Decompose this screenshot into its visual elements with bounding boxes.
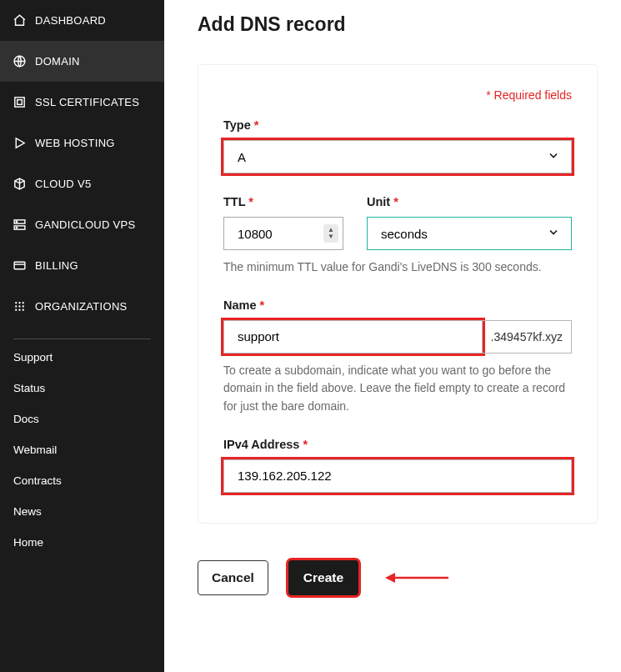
- field-ttl-unit: TTL * ▲▼ Unit *: [223, 195, 572, 277]
- sidebar-link-news[interactable]: News: [13, 505, 151, 518]
- sidebar-secondary: Support Status Docs Webmail Contracts Ne…: [0, 351, 164, 549]
- arrow-annotation-icon: [383, 570, 450, 585]
- unit-label: Unit *: [367, 195, 572, 208]
- required-star: *: [303, 438, 308, 451]
- sidebar-link-contracts[interactable]: Contracts: [13, 474, 151, 487]
- sidebar-item-dashboard[interactable]: DASHBOARD: [0, 0, 164, 41]
- sidebar-item-label: BILLING: [35, 259, 78, 272]
- cube-icon: [12, 177, 27, 192]
- chevron-down-icon: [547, 149, 560, 165]
- svg-point-17: [18, 309, 20, 311]
- sidebar-link-support[interactable]: Support: [13, 351, 151, 364]
- required-star: *: [254, 118, 259, 132]
- sidebar-item-label: DOMAIN: [35, 55, 80, 68]
- svg-point-16: [15, 309, 17, 311]
- ttl-label: TTL *: [223, 195, 343, 208]
- required-star: *: [260, 298, 265, 312]
- unit-select[interactable]: seconds: [367, 217, 572, 250]
- globe-icon: [12, 54, 27, 69]
- form-card: * Required fields Type * A: [198, 64, 598, 524]
- footer-actions: Cancel Create: [198, 560, 598, 612]
- play-icon: [12, 136, 27, 151]
- ttl-hint: The minimum TTL value for Gandi's LiveDN…: [223, 258, 572, 277]
- required-star: *: [393, 195, 398, 208]
- unit-value: seconds: [381, 227, 428, 241]
- field-name: Name * .349457kf.xyz To create a subdoma…: [223, 298, 572, 416]
- sidebar-item-cloudv5[interactable]: CLOUD V5: [0, 163, 164, 204]
- sidebar-item-ssl[interactable]: SSL CERTIFICATES: [0, 82, 164, 123]
- home-icon: [12, 13, 27, 28]
- chevron-down-icon: [547, 226, 560, 242]
- name-domain-suffix: .349457kf.xyz: [483, 320, 572, 354]
- main-content: Add DNS record * Required fields Type * …: [164, 0, 621, 672]
- cancel-button[interactable]: Cancel: [198, 560, 268, 595]
- sidebar: DASHBOARD DOMAIN SSL CERTIFICATES WEB HO…: [0, 0, 164, 672]
- certificate-icon: [12, 95, 27, 110]
- sidebar-item-vps[interactable]: GANDICLOUD VPS: [0, 204, 164, 245]
- svg-point-15: [22, 305, 23, 307]
- svg-point-10: [15, 302, 17, 303]
- sidebar-link-docs[interactable]: Docs: [13, 413, 151, 425]
- card-icon: [12, 258, 27, 273]
- svg-point-14: [18, 305, 20, 307]
- sidebar-link-home[interactable]: Home: [13, 536, 151, 549]
- org-icon: [12, 299, 27, 314]
- type-value: A: [238, 150, 246, 164]
- svg-point-7: [16, 227, 17, 228]
- ipv4-label: IPv4 Address *: [223, 438, 572, 451]
- ipv4-input[interactable]: [223, 459, 572, 493]
- required-star: *: [248, 195, 253, 208]
- svg-point-18: [22, 309, 23, 311]
- type-select[interactable]: A: [223, 140, 572, 173]
- page-title: Add DNS record: [198, 13, 598, 36]
- svg-point-13: [15, 305, 17, 307]
- sidebar-item-hosting[interactable]: WEB HOSTING: [0, 123, 164, 163]
- server-icon: [12, 218, 27, 233]
- sidebar-item-label: CLOUD V5: [35, 178, 91, 190]
- svg-point-12: [22, 302, 23, 303]
- svg-marker-20: [385, 573, 395, 583]
- svg-point-11: [18, 302, 20, 303]
- field-type: Type * A: [223, 118, 572, 173]
- sidebar-item-label: DASHBOARD: [35, 14, 106, 27]
- sidebar-link-status[interactable]: Status: [13, 382, 151, 394]
- svg-marker-3: [16, 138, 24, 148]
- svg-rect-1: [14, 98, 23, 107]
- name-hint: To create a subdomain, indicate what you…: [223, 362, 572, 416]
- sidebar-item-domain[interactable]: DOMAIN: [0, 41, 164, 82]
- number-stepper-icon[interactable]: ▲▼: [323, 224, 338, 243]
- svg-rect-2: [17, 100, 22, 105]
- field-ipv4: IPv4 Address *: [223, 438, 572, 493]
- name-label: Name *: [223, 298, 572, 312]
- sidebar-item-billing[interactable]: BILLING: [0, 245, 164, 286]
- create-button[interactable]: Create: [288, 560, 358, 595]
- sidebar-item-label: GANDICLOUD VPS: [35, 218, 136, 231]
- sidebar-separator: [13, 339, 151, 339]
- sidebar-item-orgs[interactable]: ORGANIZATIONS: [0, 286, 164, 327]
- sidebar-link-webmail[interactable]: Webmail: [13, 444, 151, 456]
- svg-point-6: [16, 221, 17, 222]
- sidebar-item-label: ORGANIZATIONS: [35, 300, 128, 313]
- sidebar-item-label: WEB HOSTING: [35, 137, 115, 149]
- sidebar-item-label: SSL CERTIFICATES: [35, 96, 139, 108]
- name-input[interactable]: [223, 320, 483, 354]
- required-note: * Required fields: [223, 88, 572, 102]
- type-label: Type *: [223, 118, 572, 132]
- svg-rect-8: [14, 262, 25, 269]
